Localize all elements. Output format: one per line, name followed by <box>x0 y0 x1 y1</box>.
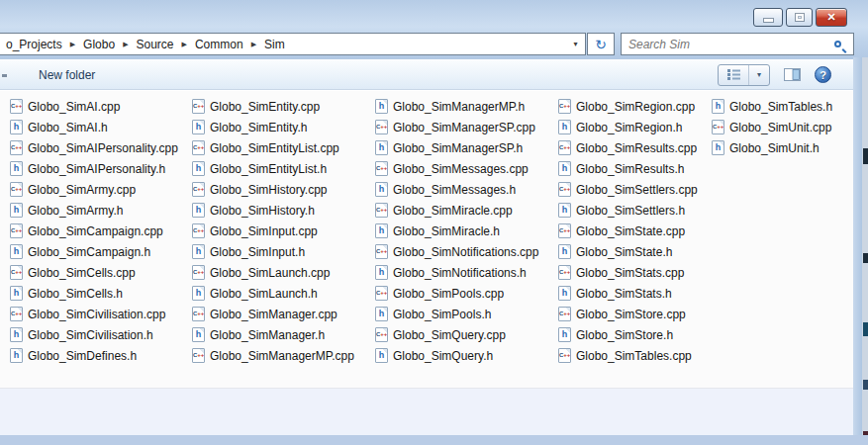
file-item[interactable]: hGlobo_SimUnit.h <box>710 137 851 158</box>
file-item[interactable]: hGlobo_SimTables.h <box>710 96 851 117</box>
file-item[interactable]: C++Globo_SimArmy.cpp <box>8 179 190 200</box>
file-item[interactable]: hGlobo_SimCampaign.h <box>8 241 190 262</box>
views-split-button[interactable]: ▾ <box>718 64 770 86</box>
file-item[interactable]: hGlobo_SimManagerSP.h <box>373 137 556 158</box>
header-file-icon: h <box>375 182 388 197</box>
file-item[interactable]: C++Globo_SimNotifications.cpp <box>373 241 556 262</box>
file-item[interactable]: C++Globo_SimResults.cpp <box>556 137 710 158</box>
file-item[interactable]: C++Globo_SimAIPersonality.cpp <box>8 137 190 158</box>
breadcrumb-arrow-icon[interactable]: ▶ <box>248 41 259 48</box>
new-folder-button[interactable]: New folder <box>33 65 101 85</box>
file-item[interactable]: C++Globo_SimUnit.cpp <box>710 117 851 137</box>
file-item[interactable]: hGlobo_SimEntity.h <box>190 117 373 137</box>
file-item[interactable]: C++Globo_SimHistory.cpp <box>190 179 373 200</box>
help-icon: ? <box>815 66 831 83</box>
file-item[interactable]: C++Globo_SimCivilisation.cpp <box>8 304 190 324</box>
file-item[interactable]: hGlobo_SimEntityList.h <box>190 158 373 179</box>
file-item[interactable]: C++Globo_SimStats.cpp <box>556 262 710 283</box>
file-item[interactable]: C++Globo_SimManager.cpp <box>190 304 373 324</box>
background-window-edge <box>862 57 868 445</box>
help-button[interactable]: ? <box>815 66 831 83</box>
file-item[interactable]: C++Globo_SimState.cpp <box>556 221 710 241</box>
file-name-label: Globo_SimTables.h <box>729 100 832 114</box>
breadcrumb-item[interactable]: Source <box>132 36 179 53</box>
file-item[interactable]: hGlobo_SimStore.h <box>556 324 710 345</box>
file-item[interactable]: hGlobo_SimAI.h <box>8 117 190 137</box>
file-item[interactable]: hGlobo_SimState.h <box>556 241 710 262</box>
file-grid: C++Globo_SimAI.cpphGlobo_SimAI.hC++Globo… <box>0 91 853 366</box>
file-item[interactable]: C++Globo_SimMessages.cpp <box>373 158 556 179</box>
file-name-label: Globo_SimTables.cpp <box>576 349 692 363</box>
preview-pane-button[interactable] <box>784 68 801 81</box>
header-file-icon: h <box>375 348 388 363</box>
file-item[interactable]: hGlobo_SimCivilisation.h <box>8 324 190 345</box>
file-item[interactable]: hGlobo_SimStats.h <box>556 283 710 304</box>
header-file-icon: h <box>192 286 205 301</box>
file-item[interactable]: C++Globo_SimStore.cpp <box>556 304 710 324</box>
file-item[interactable]: C++Globo_SimManagerSP.cpp <box>373 117 556 137</box>
file-name-label: Globo_SimRegion.cpp <box>576 100 695 114</box>
cpp-file-icon: C++ <box>558 140 571 155</box>
file-item[interactable]: hGlobo_SimInput.h <box>190 241 373 262</box>
file-item[interactable]: C++Globo_SimCells.cpp <box>8 262 190 283</box>
file-column: C++Globo_SimEntity.cpphGlobo_SimEntity.h… <box>190 96 373 366</box>
file-name-label: Globo_SimStore.cpp <box>576 308 686 321</box>
header-file-icon: h <box>192 203 205 218</box>
file-item[interactable]: C++Globo_SimSettlers.cpp <box>556 179 710 200</box>
file-item[interactable]: C++Globo_SimQuery.cpp <box>373 324 556 345</box>
address-bar[interactable]: o_Projects▶Globo▶Source▶Common▶Sim ▾ <box>0 33 586 55</box>
file-item[interactable]: C++Globo_SimManagerMP.cpp <box>190 345 373 366</box>
file-item[interactable]: hGlobo_SimDefines.h <box>8 345 190 366</box>
refresh-button[interactable]: ↻ <box>587 33 615 55</box>
file-item[interactable]: C++Globo_SimEntityList.cpp <box>190 137 373 158</box>
file-item[interactable]: hGlobo_SimPools.h <box>373 304 556 324</box>
search-input[interactable] <box>622 38 834 51</box>
file-item[interactable]: hGlobo_SimManager.h <box>190 324 373 345</box>
address-dropdown-button[interactable]: ▾ <box>566 40 585 48</box>
details-pane <box>0 388 853 435</box>
background-window-fragment <box>863 253 868 263</box>
file-item[interactable]: hGlobo_SimManagerMP.h <box>373 96 556 117</box>
file-name-label: Globo_SimEntity.h <box>210 121 308 134</box>
breadcrumb-item[interactable]: o_Projects <box>1 36 67 53</box>
views-dropdown-arrow[interactable]: ▾ <box>748 65 769 85</box>
file-list-area[interactable]: C++Globo_SimAI.cpphGlobo_SimAI.hC++Globo… <box>0 91 853 388</box>
file-item[interactable]: hGlobo_SimMiracle.h <box>373 221 556 241</box>
file-item[interactable]: hGlobo_SimRegion.h <box>556 117 710 137</box>
breadcrumb-arrow-icon[interactable]: ▶ <box>67 41 78 48</box>
file-item[interactable]: C++Globo_SimPools.cpp <box>373 283 556 304</box>
file-item[interactable]: C++Globo_SimLaunch.cpp <box>190 262 373 283</box>
close-button[interactable]: ✕ <box>816 8 847 27</box>
file-name-label: Globo_SimInput.cpp <box>210 224 318 238</box>
file-item[interactable]: hGlobo_SimLaunch.h <box>190 283 373 304</box>
file-item[interactable]: hGlobo_SimSettlers.h <box>556 200 710 221</box>
file-column: hGlobo_SimTables.hC++Globo_SimUnit.cpphG… <box>710 96 851 366</box>
breadcrumb-arrow-icon[interactable]: ▶ <box>179 41 190 48</box>
restore-button[interactable] <box>786 8 813 27</box>
file-item[interactable]: hGlobo_SimHistory.h <box>190 200 373 221</box>
minimize-button[interactable] <box>753 8 783 27</box>
breadcrumb-item[interactable]: Globo <box>78 36 120 53</box>
file-item[interactable]: hGlobo_SimArmy.h <box>8 200 190 221</box>
file-item[interactable]: hGlobo_SimCells.h <box>8 283 190 304</box>
file-item[interactable]: C++Globo_SimCampaign.cpp <box>8 221 190 241</box>
file-item[interactable]: hGlobo_SimMessages.h <box>373 179 556 200</box>
title-bar: ✕ o_Projects▶Globo▶Source▶Common▶Sim ▾ ↻ <box>0 0 868 59</box>
close-icon: ✕ <box>826 12 835 23</box>
file-name-label: Globo_SimHistory.cpp <box>210 183 328 197</box>
file-item[interactable]: hGlobo_SimQuery.h <box>373 345 556 366</box>
file-item[interactable]: C++Globo_SimMiracle.cpp <box>373 200 556 221</box>
file-item[interactable]: C++Globo_SimAI.cpp <box>8 96 190 117</box>
file-item[interactable]: C++Globo_SimTables.cpp <box>556 345 710 366</box>
cpp-file-icon: C++ <box>558 182 571 197</box>
file-item[interactable]: hGlobo_SimNotifications.h <box>373 262 556 283</box>
file-item[interactable]: C++Globo_SimEntity.cpp <box>190 96 373 117</box>
file-item[interactable]: C++Globo_SimInput.cpp <box>190 221 373 241</box>
file-item[interactable]: C++Globo_SimRegion.cpp <box>556 96 710 117</box>
file-item[interactable]: hGlobo_SimAIPersonality.h <box>8 158 190 179</box>
breadcrumb-item[interactable]: Common <box>190 36 248 53</box>
explorer-window: ✕ o_Projects▶Globo▶Source▶Common▶Sim ▾ ↻… <box>0 0 868 445</box>
file-item[interactable]: hGlobo_SimResults.h <box>556 158 710 179</box>
breadcrumb-item[interactable]: Sim <box>259 36 290 53</box>
breadcrumb-arrow-icon[interactable]: ▶ <box>120 41 131 48</box>
